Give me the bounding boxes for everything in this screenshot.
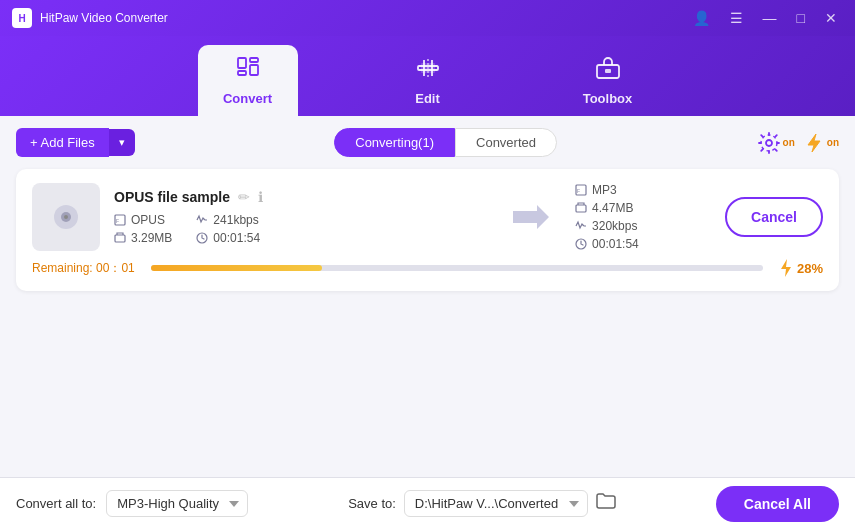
add-files-dropdown[interactable]: ▾	[109, 129, 135, 156]
svg-marker-22	[513, 205, 549, 229]
toolbar-right: on on	[757, 131, 839, 155]
cancel-all-button[interactable]: Cancel All	[716, 486, 839, 522]
progress-bar-wrap	[151, 265, 763, 271]
file-info: OPUS file sample ✏ ℹ F OPUS 3.29MB	[114, 189, 487, 245]
toolbox-tab-icon	[595, 55, 621, 87]
titlebar-left: H HitPaw Video Converter	[12, 8, 168, 28]
input-duration-item: 00:01:54	[196, 231, 260, 245]
svg-rect-1	[238, 71, 246, 75]
tab-toolbox[interactable]: Toolbox	[558, 45, 658, 116]
input-format-item: F OPUS	[114, 213, 172, 227]
svg-marker-14	[808, 134, 820, 152]
input-size: 3.29MB	[131, 231, 172, 245]
speed-badge: 28%	[779, 259, 823, 277]
svg-text:F: F	[116, 218, 119, 224]
svg-rect-7	[421, 63, 427, 73]
bottom-center: Save to: D:\HitPaw V...\Converted	[348, 490, 616, 517]
save-path-select[interactable]: D:\HitPaw V...\Converted	[404, 490, 588, 517]
output-bitrate: 320kbps	[592, 219, 637, 233]
format-select[interactable]: MP3-High Quality MP4 AVI MOV WAV	[106, 490, 248, 517]
tab-convert[interactable]: Convert	[198, 45, 298, 116]
save-to-label: Save to:	[348, 496, 396, 511]
file-item-top: OPUS file sample ✏ ℹ F OPUS 3.29MB	[32, 183, 823, 251]
output-info: F MP3 4.47MB 320kbps 00:01:54	[575, 183, 695, 251]
output-format: MP3	[592, 183, 617, 197]
converting-tabs: Converting(1) Converted	[334, 128, 557, 157]
progress-row: Remaining: 00：01 28%	[32, 259, 823, 277]
file-name: OPUS file sample	[114, 189, 230, 205]
remaining-text: Remaining: 00：01	[32, 260, 135, 277]
convert-tab-icon	[235, 55, 261, 87]
nav-tabs: Convert Edit Toolbox	[0, 36, 855, 116]
tab-convert-label: Convert	[223, 91, 272, 106]
bottom-left: Convert all to: MP3-High Quality MP4 AVI…	[16, 490, 248, 517]
input-bitrate-item: 241kbps	[196, 213, 260, 227]
info-icon[interactable]: ℹ	[258, 189, 263, 205]
tab-converting-button[interactable]: Converting(1)	[334, 128, 455, 157]
svg-rect-11	[605, 69, 611, 73]
svg-rect-3	[250, 65, 258, 75]
window-controls: 👤 ☰ — □ ✕	[687, 8, 843, 28]
output-size-item: 4.47MB	[575, 201, 695, 215]
output-size: 4.47MB	[592, 201, 633, 215]
tab-edit-label: Edit	[415, 91, 440, 106]
flash-button[interactable]: on	[803, 132, 839, 154]
toolbar: + Add Files ▾ Converting(1) Converted on	[16, 128, 839, 157]
edit-name-icon[interactable]: ✏	[238, 189, 250, 205]
speed-percent: 28%	[797, 261, 823, 276]
output-format-item: F MP3	[575, 183, 695, 197]
edit-tab-icon	[415, 55, 441, 87]
output-duration-item: 00:01:54	[575, 237, 695, 251]
main-content: + Add Files ▾ Converting(1) Converted on	[0, 116, 855, 477]
svg-rect-20	[115, 235, 125, 242]
svg-marker-27	[781, 259, 791, 277]
input-size-item: 3.29MB	[114, 231, 172, 245]
svg-rect-0	[238, 58, 246, 68]
account-icon[interactable]: 👤	[687, 8, 716, 28]
tab-toolbox-label: Toolbox	[583, 91, 633, 106]
maximize-button[interactable]: □	[791, 8, 811, 28]
file-item: OPUS file sample ✏ ℹ F OPUS 3.29MB	[16, 169, 839, 291]
input-bitrate: 241kbps	[213, 213, 258, 227]
output-bitrate-item: 320kbps	[575, 219, 695, 233]
file-name-row: OPUS file sample ✏ ℹ	[114, 189, 487, 205]
tab-edit[interactable]: Edit	[378, 45, 478, 116]
folder-button[interactable]	[596, 492, 616, 515]
svg-point-17	[64, 215, 68, 219]
arrow-area	[501, 203, 561, 231]
svg-rect-8	[429, 63, 435, 73]
tab-converted-button[interactable]: Converted	[455, 128, 557, 157]
close-button[interactable]: ✕	[819, 8, 843, 28]
bottom-bar: Convert all to: MP3-High Quality MP4 AVI…	[0, 477, 855, 529]
svg-text:F: F	[577, 188, 580, 194]
menu-icon[interactable]: ☰	[724, 8, 749, 28]
cancel-button[interactable]: Cancel	[725, 197, 823, 237]
toolbar-left: + Add Files ▾	[16, 128, 135, 157]
input-meta-group: F OPUS 3.29MB	[114, 213, 172, 245]
svg-rect-2	[250, 58, 258, 62]
input-meta-group2: 241kbps 00:01:54	[196, 213, 260, 245]
add-files-label: + Add Files	[30, 135, 95, 150]
progress-bar	[151, 265, 322, 271]
add-files-button[interactable]: + Add Files	[16, 128, 109, 157]
convert-all-label: Convert all to:	[16, 496, 96, 511]
minimize-button[interactable]: —	[757, 8, 783, 28]
svg-rect-25	[576, 205, 586, 212]
file-thumbnail	[32, 183, 100, 251]
app-logo: H	[12, 8, 32, 28]
settings-button[interactable]: on	[757, 131, 795, 155]
input-format: OPUS	[131, 213, 165, 227]
titlebar: H HitPaw Video Converter 👤 ☰ — □ ✕	[0, 0, 855, 36]
file-meta-row: F OPUS 3.29MB 241kbps	[114, 213, 487, 245]
app-title: HitPaw Video Converter	[40, 11, 168, 25]
svg-point-12	[766, 140, 772, 146]
output-duration: 00:01:54	[592, 237, 639, 251]
input-duration: 00:01:54	[213, 231, 260, 245]
svg-point-13	[761, 135, 777, 151]
